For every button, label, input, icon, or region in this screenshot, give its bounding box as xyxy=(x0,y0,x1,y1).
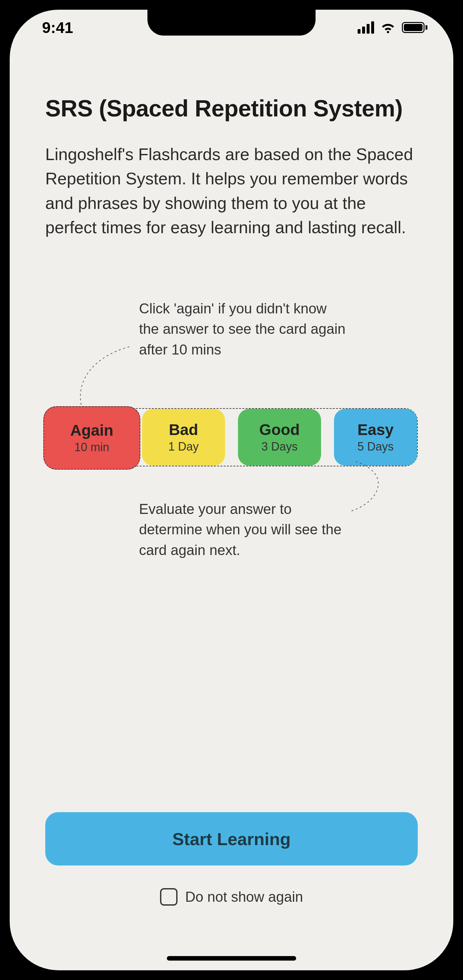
battery-icon xyxy=(402,22,428,33)
rating-good-label: Good xyxy=(259,421,300,439)
do-not-show-label: Do not show again xyxy=(185,889,303,905)
rating-bad-button[interactable]: Bad 1 Day xyxy=(142,409,225,466)
rating-easy-label: Easy xyxy=(357,421,393,439)
status-icons xyxy=(358,21,428,33)
hint-again: Click 'again' if you didn't know the ans… xyxy=(139,298,346,360)
hint-evaluate: Evaluate your answer to determine when y… xyxy=(139,499,346,560)
wifi-icon xyxy=(380,21,396,33)
rating-easy-interval: 5 Days xyxy=(357,440,393,453)
do-not-show-checkbox[interactable] xyxy=(160,888,178,905)
rating-bad-label: Bad xyxy=(169,421,198,439)
srs-diagram: Click 'again' if you didn't know the ans… xyxy=(45,298,418,589)
home-indicator[interactable] xyxy=(167,956,296,961)
start-learning-button[interactable]: Start Learning xyxy=(45,812,418,865)
start-learning-label: Start Learning xyxy=(172,829,291,849)
page-title: SRS (Spaced Repetition System) xyxy=(45,94,418,123)
rating-again-interval: 10 min xyxy=(74,441,109,454)
rating-good-interval: 3 Days xyxy=(261,440,298,453)
status-time: 9:41 xyxy=(42,19,73,37)
do-not-show-row[interactable]: Do not show again xyxy=(45,888,418,905)
page-description: Lingoshelf's Flashcards are based on the… xyxy=(45,142,418,240)
rating-again-label: Again xyxy=(70,422,113,439)
rating-again-button[interactable]: Again 10 min xyxy=(43,406,140,469)
phone-frame: 9:41 SRS (Spaced Repetition System) Ling… xyxy=(0,0,463,980)
rating-good-button[interactable]: Good 3 Days xyxy=(238,409,321,466)
footer: Start Learning Do not show again xyxy=(45,812,418,905)
rating-easy-button[interactable]: Easy 5 Days xyxy=(334,409,417,466)
screen: 9:41 SRS (Spaced Repetition System) Ling… xyxy=(10,10,453,970)
rating-button-group: Again 10 min Bad 1 Day Good 3 Days xyxy=(45,408,418,466)
notch xyxy=(148,10,315,36)
cellular-icon xyxy=(358,21,374,33)
rating-bad-interval: 1 Day xyxy=(168,440,199,453)
